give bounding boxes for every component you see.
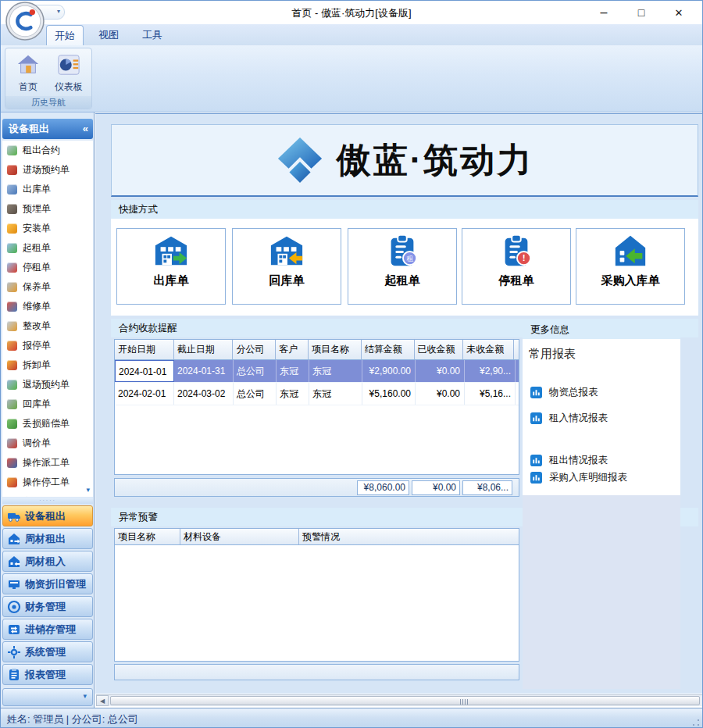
house-in-icon [7,555,21,569]
total-unreceived: ¥8,06... [462,480,512,495]
nav-material-rental-in[interactable]: 周材租入 [2,551,93,572]
sidebar-item-outbound[interactable]: 出库单 [2,180,93,199]
sidebar-configure-strip[interactable] [2,688,93,706]
sidebar-item-rent-start[interactable]: 起租单 [2,238,93,258]
sidebar-item-entry-reservation[interactable]: 进场预约单 [2,160,93,180]
shortcut-rent-start[interactable]: 租 起租单 [348,228,457,305]
sidebar-item-install[interactable]: 安装单 [2,219,93,238]
dashboard-icon [49,53,88,80]
purchase-in-icon [612,233,648,272]
tab-view[interactable]: 视图 [90,25,127,45]
nav-depreciation-management[interactable]: 物资折旧管理 [2,573,93,594]
nav-material-rental-out[interactable]: 周材租出 [2,528,93,549]
chevron-down-icon[interactable] [57,8,60,15]
close-button[interactable] [660,1,698,24]
sidebar-item-rent-stop[interactable]: 停租单 [2,258,93,277]
sidebar-item-report-stop[interactable]: 报停单 [2,336,93,355]
report-link-rent-out[interactable]: 租出情况报表 [530,454,608,467]
nav-system-management[interactable]: 系统管理 [2,641,93,662]
report-stop-icon [7,341,17,351]
shortcut-outbound[interactable]: 出库单 [116,228,226,305]
nav-equipment-rental[interactable]: 设备租出 [2,505,93,526]
sidebar-splitter[interactable] [2,498,93,504]
col-settle-amount[interactable]: 结算金额 [362,340,415,359]
ribbon-group-label: 历史导航 [5,96,91,109]
sidebar-item-exit-reservation[interactable]: 退场预约单 [2,375,93,394]
col-start-date[interactable]: 开始日期 [115,340,174,359]
sidebar-item-repair[interactable]: 维修单 [2,297,93,316]
report-link-rent-in[interactable]: 租入情况报表 [530,412,608,425]
extra-column [514,340,519,359]
resize-grip[interactable] [692,719,700,726]
col-received-amount[interactable]: 已收金额 [415,340,464,359]
sidebar-item-rectify[interactable]: 整改单 [2,316,93,336]
sidebar-item-dismantle[interactable]: 拆卸单 [2,355,93,375]
scroll-down-icon[interactable] [86,486,90,494]
home-button[interactable]: 首页 [9,52,48,97]
app-menu-orb[interactable] [5,2,45,41]
shortcut-rent-stop[interactable]: ! 停租单 [462,228,571,305]
dashboard-button[interactable]: 仪表板 [49,52,88,97]
dashboard-button-label: 仪表板 [49,80,88,94]
col-project-name[interactable]: 项目名称 [115,529,180,544]
repair-tools-icon [7,302,17,312]
shortcut-return-warehouse[interactable]: 回库单 [232,228,341,305]
report-link-purchase-detail[interactable]: 采购入库明细报表 [530,471,627,484]
scroll-left-icon[interactable] [96,695,109,706]
scrollbar-thumb[interactable] [110,696,700,705]
report-chart-icon [530,412,542,424]
total-received: ¥0.00 [412,480,460,495]
maximize-button[interactable] [623,1,660,24]
common-reports-title: 常用报表 [529,347,576,362]
brand-banner: 傲蓝·筑动力 [111,124,698,197]
nav-finance-management[interactable]: 财务管理 [2,596,93,617]
table-row[interactable]: 2024-01-01 2024-01-31 总公司 东冠 东冠 ¥2,900.0… [115,360,519,383]
scrollbar-grip [460,699,469,705]
col-project[interactable]: 项目名称 [309,340,362,359]
payments-grid-head: 开始日期 截止日期 分公司 客户 项目名称 结算金额 已收金额 未收金额 [115,340,519,360]
ribbon-tab-row: 开始 视图 工具 [1,24,702,45]
col-branch[interactable]: 分公司 [233,340,276,359]
col-customer[interactable]: 客户 [276,340,309,359]
shortcuts-header: 快捷方式 [111,200,698,219]
shortcut-purchase-inbound[interactable]: 采购入库单 [576,228,685,305]
horizontal-scrollbar[interactable] [96,694,702,706]
sidebar-item-pre-embed[interactable]: 预埋单 [2,199,93,219]
home-button-label: 首页 [9,80,48,94]
nav-inventory-management[interactable]: 进销存管理 [2,619,93,640]
truck-leave-icon [7,380,17,390]
chevron-down-icon[interactable] [83,692,87,700]
sidebar-item-price-adjust[interactable]: 调价单 [2,434,93,453]
col-unreceived-amount[interactable]: 未收金额 [463,340,514,359]
contract-icon [7,145,17,155]
sidebar-item-return-warehouse[interactable]: 回库单 [2,394,93,414]
rent-start-clipboard-icon: 租 [384,233,420,272]
nav-report-management[interactable]: 报表管理 [2,664,93,685]
status-bar: 姓名: 管理员 | 分公司: 总公司 [1,708,702,728]
sidebar-item-rental-contract[interactable]: 租出合约 [2,141,93,160]
tab-tools[interactable]: 工具 [134,25,171,45]
sidebar-item-dispatch-work[interactable]: 操作派工单 [2,453,93,473]
sidebar-item-stop-work[interactable]: 操作停工单 [2,473,93,492]
shovel-icon [7,204,17,214]
col-warning-status[interactable]: 预警情况 [299,529,519,544]
application-window: 首页 - 傲蓝·筑动力[设备版] 开始 视图 工具 [0,0,703,728]
sidebar-item-clipped[interactable]: 交接前检查 [2,492,93,497]
sidebar-item-maintenance[interactable]: 保养单 [2,277,93,297]
price-calculator-icon [7,438,17,448]
minimize-button[interactable] [585,1,623,24]
report-chart-icon [530,455,542,466]
sidebar-title: 设备租出 [9,123,49,134]
sidebar-item-loss-compensation[interactable]: 丢损赔偿单 [2,414,93,434]
col-end-date[interactable]: 截止日期 [174,340,234,359]
calendar-start-icon [7,243,17,253]
report-link-material-summary[interactable]: 物资总报表 [530,386,598,399]
tab-start[interactable]: 开始 [46,25,84,45]
rectify-form-icon [7,321,17,331]
collapse-icon[interactable] [83,119,88,139]
inventory-icon [7,623,21,637]
depreciation-icon [7,577,21,591]
sidebar-item-list: 租出合约 进场预约单 出库单 预埋单 安装单 起租单 停租单 保养单 维修单 整… [2,141,93,497]
col-material-equipment[interactable]: 材料设备 [180,529,299,544]
table-row[interactable]: 2024-02-01 2024-03-02 总公司 东冠 东冠 ¥5,160.0… [115,383,519,405]
